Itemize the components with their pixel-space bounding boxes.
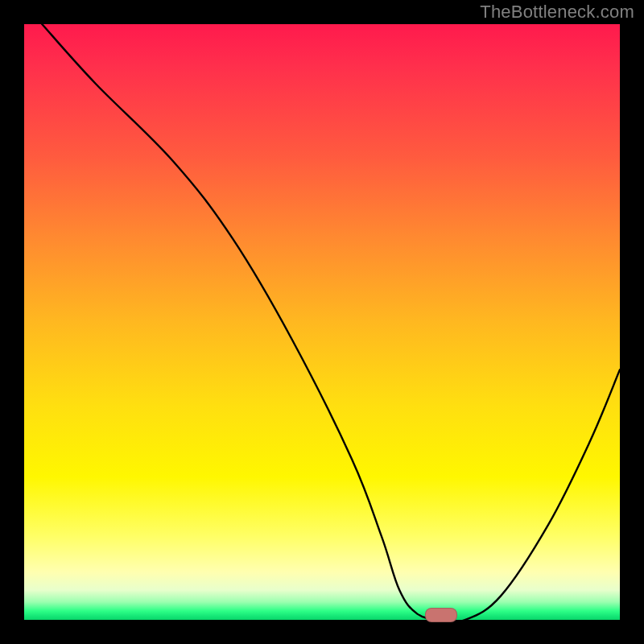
chart-frame: TheBottleneck.com: [0, 0, 644, 644]
plot-area: [24, 24, 620, 620]
watermark-text: TheBottleneck.com: [480, 2, 634, 23]
bottleneck-curve: [24, 24, 620, 620]
optimal-point-marker: [425, 608, 457, 622]
